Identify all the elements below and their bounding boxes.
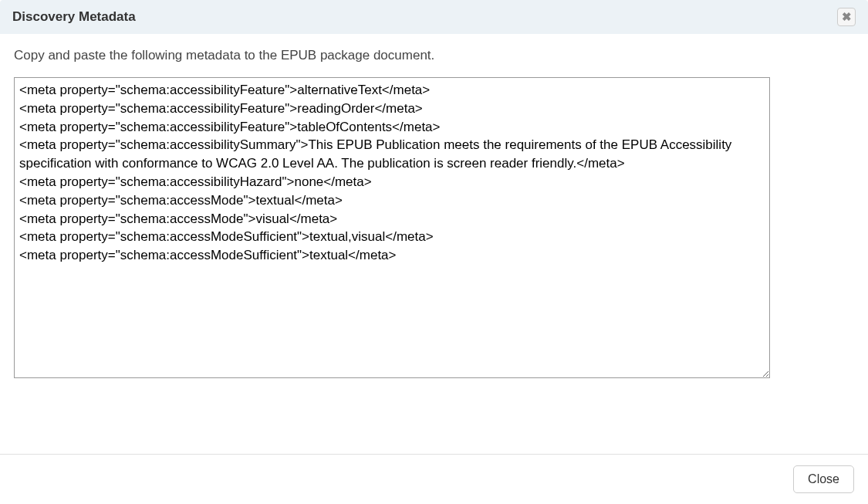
dialog-footer: Close: [0, 454, 868, 504]
dialog-body: Copy and paste the following metadata to…: [0, 34, 868, 454]
instruction-text: Copy and paste the following metadata to…: [14, 48, 854, 63]
metadata-textarea[interactable]: [14, 77, 770, 378]
dialog-header: Discovery Metadata ✖: [0, 0, 868, 34]
dialog-discovery-metadata: Discovery Metadata ✖ Copy and paste the …: [0, 0, 868, 504]
close-icon: ✖: [842, 10, 852, 24]
close-button[interactable]: Close: [793, 465, 854, 493]
close-icon-button[interactable]: ✖: [837, 8, 856, 26]
dialog-title: Discovery Metadata: [12, 9, 136, 25]
